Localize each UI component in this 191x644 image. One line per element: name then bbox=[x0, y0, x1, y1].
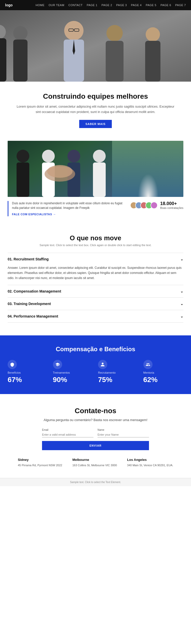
section-benefits-title: Compensação e Benefícios bbox=[8, 346, 183, 353]
nav-logo: logo bbox=[5, 3, 13, 7]
svg-point-20 bbox=[67, 150, 80, 162]
nav-page3[interactable]: PAGE 3 bbox=[116, 4, 127, 7]
contact-title: Contate-nos bbox=[8, 407, 183, 415]
accordion-item-1: 01. Recruitment Staffing ⌄ Answer. Lorem… bbox=[8, 253, 183, 285]
stats-right: 18.000+ Boas contratações bbox=[130, 201, 183, 210]
benefit-pct-0: 67% bbox=[8, 376, 48, 384]
accordion-label-3: 03. Training Development bbox=[8, 302, 51, 306]
office-la-city: Los Angeles bbox=[127, 458, 173, 462]
hero-section bbox=[0, 10, 191, 82]
svg-point-22 bbox=[93, 150, 106, 162]
office-melbourne-city: Melbourne bbox=[72, 458, 117, 462]
shield-icon bbox=[10, 362, 15, 367]
accordion-header-1[interactable]: 01. Recruitment Staffing ⌄ bbox=[8, 253, 183, 265]
svg-point-11 bbox=[146, 27, 160, 42]
nav-our-team[interactable]: OUR TEAM bbox=[49, 4, 64, 7]
email-label: Email bbox=[42, 428, 93, 431]
team-image bbox=[8, 141, 183, 197]
section-image-stats: Duis aute irure dolor in reprehenderit i… bbox=[0, 136, 191, 224]
svg-point-1 bbox=[13, 26, 28, 40]
accordion-content-1: Answer. Lorem ipsum dolor sit amet, cons… bbox=[8, 265, 183, 285]
office-sidney: Sidney 45 Pirrama Rd, Pyrmont NSW 2022 bbox=[18, 458, 62, 468]
hero-image bbox=[0, 10, 191, 82]
accordion-item-4: 04. Performance Management ⌄ bbox=[8, 310, 183, 323]
accordion-icon-4: ⌄ bbox=[180, 314, 183, 318]
section-benefits: Compensação e Benefícios Benefícios 67% … bbox=[0, 335, 191, 394]
benefit-pct-3: 62% bbox=[143, 376, 184, 384]
benefit-pct-2: 75% bbox=[98, 376, 138, 384]
contact-form: Email Name ENVIAR bbox=[42, 428, 149, 450]
stats-count-label: Boas contratações bbox=[160, 206, 183, 210]
benefit-pct-1: 90% bbox=[53, 376, 93, 384]
people-icon bbox=[146, 362, 150, 367]
svg-rect-0 bbox=[0, 10, 191, 82]
name-group: Name bbox=[98, 428, 149, 437]
svg-rect-17 bbox=[17, 162, 29, 197]
benefit-name-0: Benefícios bbox=[8, 371, 48, 374]
svg-rect-12 bbox=[145, 41, 160, 82]
nav-page4[interactable]: PAGE 4 bbox=[131, 4, 142, 7]
accordion-item-2: 02. Compensation Management ⌄ bbox=[8, 285, 183, 298]
nav-home[interactable]: HOME bbox=[36, 4, 45, 7]
stats-count: 18.000+ bbox=[160, 201, 183, 206]
cta-button[interactable]: SABER MAIS bbox=[79, 120, 112, 128]
section-heading-title: Construindo equipes melhores bbox=[15, 92, 176, 100]
benefits-icon bbox=[8, 360, 17, 369]
accordion-icon-3: ⌄ bbox=[180, 302, 183, 306]
graduation-icon bbox=[55, 362, 60, 367]
recrutamento-icon bbox=[98, 360, 107, 369]
accordion-header-3[interactable]: 03. Training Development ⌄ bbox=[8, 298, 183, 310]
benefit-item-3: Mentoria 62% bbox=[143, 360, 184, 384]
section-move-title: O que nos move bbox=[8, 234, 183, 242]
name-input[interactable] bbox=[98, 432, 149, 437]
nav-page7[interactable]: PAGE 7 bbox=[175, 4, 186, 7]
offices: Sidney 45 Pirrama Rd, Pyrmont NSW 2022 M… bbox=[8, 458, 183, 468]
section-heading: Construindo equipes melhores Lorem ipsum… bbox=[0, 82, 191, 136]
svg-point-3 bbox=[64, 21, 84, 40]
email-input[interactable] bbox=[42, 432, 93, 437]
accordion-icon-1: ⌄ bbox=[180, 257, 183, 261]
nav-page6[interactable]: PAGE 6 bbox=[160, 4, 171, 7]
stats-body: Duis aute irure dolor in reprehenderit i… bbox=[12, 201, 125, 210]
office-los-angeles: Los Angeles 340 Main St, Venice CA 90291… bbox=[127, 458, 173, 468]
benefit-item-1: Treinamentos 90% bbox=[53, 360, 93, 384]
accordion-body-1: Answer. Lorem ipsum dolor sit amet, cons… bbox=[8, 265, 183, 281]
person-search-icon bbox=[100, 362, 105, 367]
accordion-header-2[interactable]: 02. Compensation Management ⌄ bbox=[8, 285, 183, 297]
footer-text: Sample text. Click to select the Text El… bbox=[70, 481, 121, 484]
accordion: 01. Recruitment Staffing ⌄ Answer. Lorem… bbox=[8, 253, 183, 323]
nav-page1[interactable]: PAGE 1 bbox=[87, 4, 97, 7]
benefit-name-1: Treinamentos bbox=[53, 371, 93, 374]
specialists-link[interactable]: FALE COM ESPECIALISTAS bbox=[12, 213, 56, 216]
form-row-1: Email Name bbox=[42, 428, 149, 437]
svg-rect-23 bbox=[93, 162, 106, 197]
svg-rect-14 bbox=[0, 38, 6, 82]
benefit-name-3: Mentoria bbox=[143, 371, 184, 374]
svg-rect-2 bbox=[13, 40, 28, 82]
mentoria-icon bbox=[143, 360, 153, 369]
accordion-label-4: 04. Performance Management bbox=[8, 314, 58, 318]
submit-button[interactable]: ENVIAR bbox=[42, 441, 149, 450]
benefit-item-0: Benefícios 67% bbox=[8, 360, 48, 384]
accordion-icon-2: ⌄ bbox=[180, 289, 183, 293]
contact-subtitle: Alguma pergunta ou comentário? Basta nos… bbox=[8, 418, 183, 423]
nav-page5[interactable]: PAGE 5 bbox=[146, 4, 156, 7]
svg-point-18 bbox=[42, 150, 55, 162]
svg-point-16 bbox=[17, 150, 29, 162]
avatar-5 bbox=[151, 202, 158, 209]
nav-contact[interactable]: CONTACT bbox=[69, 4, 83, 7]
accordion-header-4[interactable]: 04. Performance Management ⌄ bbox=[8, 310, 183, 322]
stats-row: Duis aute irure dolor in reprehenderit i… bbox=[8, 201, 183, 216]
name-label: Name bbox=[98, 428, 149, 431]
avatars bbox=[130, 202, 158, 209]
accordion-item-3: 03. Training Development ⌄ bbox=[8, 298, 183, 310]
section-move-subtitle: Sample text. Click to select the text bo… bbox=[8, 244, 183, 247]
nav-links: HOME OUR TEAM CONTACT PAGE 1 PAGE 2 PAGE… bbox=[36, 4, 186, 7]
office-melbourne: Melbourne 163 Collins St, Melbourne VIC … bbox=[72, 458, 117, 468]
svg-point-9 bbox=[106, 25, 123, 41]
nav-page2[interactable]: PAGE 2 bbox=[101, 4, 112, 7]
section-heading-body: Lorem ipsum dolor sit amet, consectetur … bbox=[15, 104, 176, 115]
benefits-grid: Benefícios 67% Treinamentos 90% Recrutam… bbox=[8, 360, 183, 384]
accordion-label-2: 02. Compensation Management bbox=[8, 289, 61, 293]
treinamentos-icon bbox=[53, 360, 62, 369]
